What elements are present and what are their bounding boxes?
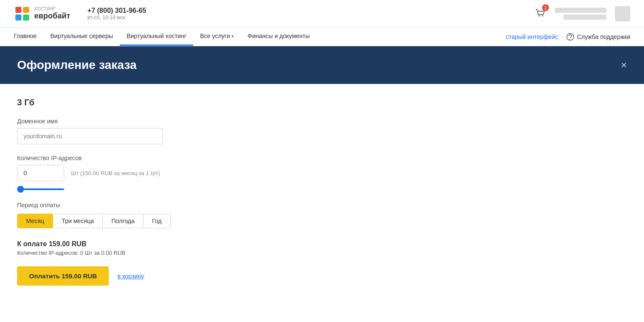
header-left: хостинг евробайт +7 (800) 301-96-65 вт-с… bbox=[14, 5, 146, 22]
user-email bbox=[555, 8, 606, 13]
domain-label: Доменное имя bbox=[17, 118, 627, 125]
nav-right: старый интерфейс Служба поддержки bbox=[506, 33, 630, 41]
ip-quantity-input[interactable] bbox=[17, 165, 64, 181]
svg-rect-3 bbox=[23, 15, 29, 21]
action-row: Оплатить 159.00 RUB в корзину bbox=[17, 266, 627, 286]
ip-slider-wrap bbox=[17, 185, 64, 191]
navigation: Главное Виртуальные серверы Виртуальный … bbox=[0, 27, 644, 46]
svg-rect-2 bbox=[15, 15, 21, 21]
cart-badge: 1 bbox=[542, 4, 549, 11]
period-group: Период оплаты Месяц Три месяца Полгода Г… bbox=[17, 202, 627, 228]
phone-number: +7 (800) 301-96-65 bbox=[87, 7, 146, 15]
nav-item-all-services[interactable]: Все услуги ▾ bbox=[193, 27, 241, 46]
period-quarter[interactable]: Три месяца bbox=[53, 214, 103, 228]
support-link[interactable]: Служба поддержки bbox=[566, 33, 630, 41]
add-to-cart-link[interactable]: в корзину bbox=[117, 273, 144, 280]
svg-point-4 bbox=[539, 15, 540, 17]
period-month[interactable]: Месяц bbox=[17, 214, 53, 228]
main-content: Оформление заказа × 3 Гб Доменное имя Ко… bbox=[0, 46, 644, 322]
total-detail: Количество IP-адресов: 0 Шт за 0.00 RUB bbox=[17, 250, 627, 256]
period-buttons: Месяц Три месяца Полгода Год bbox=[17, 214, 627, 228]
phone-hours: вт-сб, 10-18 мск bbox=[87, 15, 146, 21]
nav-item-vps[interactable]: Виртуальные серверы bbox=[44, 27, 120, 46]
domain-input[interactable] bbox=[17, 128, 163, 144]
user-info bbox=[555, 8, 606, 20]
nav-item-hosting[interactable]: Виртуальный хостинг bbox=[120, 27, 194, 46]
total-amount: К оплате 159.00 RUB bbox=[17, 240, 627, 248]
user-balance bbox=[564, 15, 606, 20]
modal-title: Оформление заказа bbox=[17, 58, 137, 72]
chevron-down-icon: ▾ bbox=[232, 34, 234, 39]
old-interface-link[interactable]: старый интерфейс bbox=[506, 33, 558, 40]
modal-body: 3 Гб Доменное имя Количество IP-адресов … bbox=[0, 84, 644, 322]
ip-group: Количество IP-адресов Шт (150.00 RUB за … bbox=[17, 155, 627, 191]
nav-left: Главное Виртуальные серверы Виртуальный … bbox=[14, 27, 316, 46]
svg-point-5 bbox=[542, 15, 543, 17]
avatar bbox=[615, 6, 630, 21]
logo-text: хостинг евробайт bbox=[34, 6, 70, 21]
svg-rect-1 bbox=[23, 7, 29, 13]
svg-rect-0 bbox=[15, 7, 21, 13]
total-section: К оплате 159.00 RUB Количество IP-адресо… bbox=[17, 240, 627, 256]
period-label: Период оплаты bbox=[17, 202, 627, 209]
header-right: 1 bbox=[534, 6, 630, 21]
close-button[interactable]: × bbox=[621, 60, 627, 70]
domain-group: Доменное имя bbox=[17, 118, 627, 144]
ip-label: Количество IP-адресов bbox=[17, 155, 627, 161]
ip-hint: Шт (150.00 RUB за месяц за 1 Шт) bbox=[71, 170, 160, 176]
logo-bottom-text: евробайт bbox=[34, 12, 70, 21]
plan-title: 3 Гб bbox=[17, 98, 627, 107]
logo-top-text: хостинг bbox=[34, 6, 70, 12]
pay-button[interactable]: Оплатить 159.00 RUB bbox=[17, 266, 109, 286]
support-icon bbox=[566, 33, 574, 41]
support-label: Служба поддержки bbox=[577, 33, 630, 40]
period-year[interactable]: Год bbox=[143, 214, 170, 228]
nav-item-main[interactable]: Главное bbox=[14, 27, 44, 46]
modal-header: Оформление заказа × bbox=[0, 46, 644, 84]
header: хостинг евробайт +7 (800) 301-96-65 вт-с… bbox=[0, 0, 644, 27]
nav-item-finance[interactable]: Финансы и документы bbox=[241, 27, 316, 46]
svg-point-7 bbox=[570, 39, 571, 39]
cart-button[interactable]: 1 bbox=[534, 7, 546, 20]
logo: хостинг евробайт bbox=[14, 5, 70, 22]
ip-slider[interactable] bbox=[17, 188, 64, 190]
header-phone: +7 (800) 301-96-65 вт-сб, 10-18 мск bbox=[87, 7, 146, 21]
ip-quantity-row: Шт (150.00 RUB за месяц за 1 Шт) bbox=[17, 165, 627, 181]
logo-icon bbox=[14, 5, 31, 22]
period-halfyear[interactable]: Полгода bbox=[103, 214, 143, 228]
